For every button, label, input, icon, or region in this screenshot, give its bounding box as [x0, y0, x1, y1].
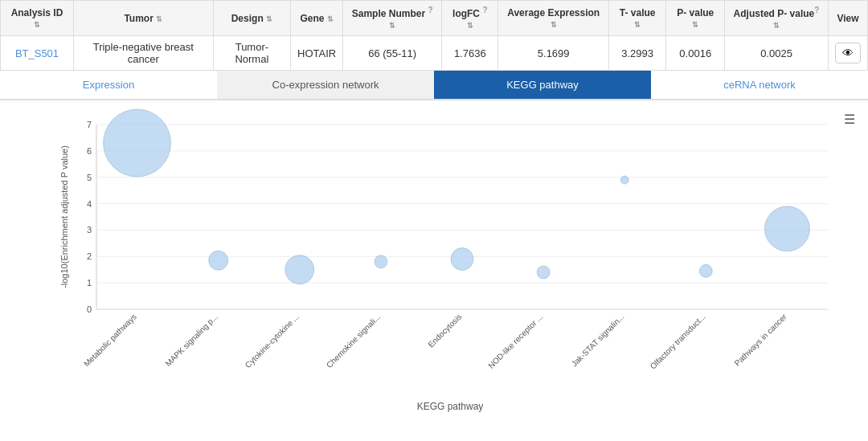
- tab-coexpression[interactable]: Co-expression network: [217, 71, 434, 99]
- sort-icon-gene[interactable]: ⇅: [327, 15, 334, 23]
- x-axis-label: KEGG pathway: [48, 401, 852, 417]
- col-header-tumor: Tumor ⇅: [73, 1, 213, 36]
- cell-p-value: 0.0016: [666, 36, 725, 71]
- hamburger-menu-icon[interactable]: ☰: [844, 112, 855, 127]
- cell-logfc: 1.7636: [442, 36, 498, 71]
- svg-text:7: 7: [87, 120, 92, 129]
- col-header-logfc: logFC ? ⇅: [442, 1, 498, 36]
- help-icon-sample-number: ?: [428, 6, 432, 14]
- svg-point-31: [375, 255, 387, 268]
- tab-kegg[interactable]: KEGG pathway: [434, 71, 651, 99]
- svg-point-33: [537, 266, 550, 279]
- cell-gene: HOTAIR: [291, 36, 343, 71]
- col-header-gene: Gene ⇅: [291, 1, 343, 36]
- bubble-chart-svg: 01234567Metabolic pathwaysMAPK signaling…: [56, 108, 844, 398]
- cell-analysis-id: BT_S501: [1, 36, 74, 71]
- svg-point-29: [209, 251, 228, 270]
- col-header-p-value: P- value ⇅: [666, 1, 725, 36]
- sort-icon-design[interactable]: ⇅: [266, 15, 272, 23]
- svg-text:NOD-like receptor ...: NOD-like receptor ...: [486, 312, 544, 370]
- cell-sample-number: 66 (55-11): [343, 36, 442, 71]
- svg-text:6: 6: [87, 146, 92, 156]
- col-header-view: View: [828, 1, 867, 36]
- chart-area: ☰ 01234567Metabolic pathwaysMAPK signali…: [0, 100, 868, 417]
- col-header-design: Design ⇅: [213, 1, 290, 36]
- svg-text:Chemokine signali...: Chemokine signali...: [325, 312, 382, 370]
- svg-text:Pathways in cancer: Pathways in cancer: [733, 312, 789, 368]
- svg-text:2: 2: [87, 251, 92, 261]
- tab-cerna[interactable]: ceRNA network: [651, 71, 868, 99]
- help-icon-adj-p-value: ?: [814, 6, 819, 14]
- svg-text:Endocytosis: Endocytosis: [427, 312, 464, 349]
- col-header-analysis-id: Analysis ID ⇅: [1, 1, 74, 36]
- svg-text:3: 3: [87, 225, 92, 235]
- svg-text:-log10(Enrichment adjusted P v: -log10(Enrichment adjusted P value): [59, 145, 69, 288]
- svg-text:Olfactory transduct...: Olfactory transduct...: [649, 312, 707, 371]
- svg-text:4: 4: [87, 199, 92, 209]
- data-table: Analysis ID ⇅ Tumor ⇅ Design ⇅ Gene ⇅ Sa…: [0, 0, 868, 71]
- svg-text:Cytokine-cytokine ...: Cytokine-cytokine ...: [244, 312, 301, 370]
- cell-t-value: 3.2993: [608, 36, 665, 71]
- svg-point-35: [699, 264, 712, 277]
- sort-icon-logfc[interactable]: ⇅: [467, 22, 473, 30]
- svg-point-28: [104, 109, 171, 177]
- cell-view: 👁: [828, 36, 867, 71]
- tabs-row: Expression Co-expression network KEGG pa…: [0, 71, 868, 100]
- svg-point-34: [620, 176, 628, 184]
- col-header-adj-p-value: Adjusted P- value? ⇅: [725, 1, 829, 36]
- cell-design: Tumor-Normal: [213, 36, 290, 71]
- svg-point-30: [285, 255, 314, 284]
- cell-avg-expression: 5.1699: [498, 36, 608, 71]
- svg-text:Metabolic pathways: Metabolic pathways: [82, 312, 138, 369]
- cell-tumor: Triple-negative breast cancer: [73, 36, 213, 71]
- view-button[interactable]: 👁: [835, 43, 861, 63]
- col-header-sample-number: Sample Number ? ⇅: [343, 1, 442, 36]
- svg-text:5: 5: [87, 173, 92, 182]
- svg-point-36: [764, 206, 809, 251]
- col-header-avg-expression: Average Expression ⇅: [498, 1, 608, 36]
- cell-adj-p-value: 0.0025: [725, 36, 829, 71]
- sort-icon-analysis-id[interactable]: ⇅: [34, 21, 40, 29]
- svg-point-32: [451, 248, 473, 271]
- sort-icon-t-value[interactable]: ⇅: [634, 21, 641, 29]
- sort-icon-avg-expression[interactable]: ⇅: [551, 21, 557, 29]
- sort-icon-p-value[interactable]: ⇅: [692, 21, 698, 29]
- svg-text:MAPK signaling p...: MAPK signaling p...: [164, 312, 219, 368]
- help-icon-logfc: ?: [482, 6, 487, 14]
- sort-icon-adj-p-value[interactable]: ⇅: [773, 22, 780, 30]
- sort-icon-sample-number[interactable]: ⇅: [389, 22, 395, 30]
- tab-expression[interactable]: Expression: [0, 71, 217, 99]
- svg-text:Jak-STAT signalin...: Jak-STAT signalin...: [570, 312, 626, 369]
- svg-text:0: 0: [87, 304, 92, 314]
- svg-text:1: 1: [87, 278, 92, 288]
- table-row: BT_S501 Triple-negative breast cancer Tu…: [1, 36, 868, 71]
- analysis-id-link[interactable]: BT_S501: [15, 47, 59, 59]
- sort-icon-tumor[interactable]: ⇅: [156, 15, 162, 23]
- col-header-t-value: T- value ⇅: [608, 1, 665, 36]
